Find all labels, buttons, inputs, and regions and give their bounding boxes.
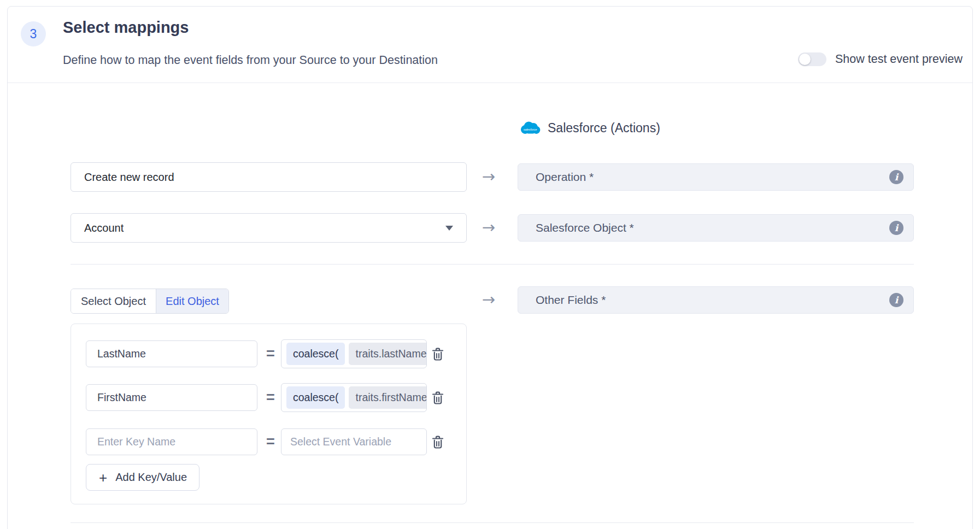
trash-icon [431,347,444,361]
toggle-label: Show test event preview [835,52,963,66]
info-icon[interactable]: i [889,293,903,307]
other-fields-destination-field[interactable]: Other Fields * i [518,286,914,314]
toggle-knob [799,54,811,65]
step-number-badge: 3 [21,21,46,46]
destination-header: salesforce Salesforce (Actions) [519,120,660,136]
kv-row: = [71,427,466,456]
tab-select-object[interactable]: Select Object [71,289,156,313]
info-icon[interactable]: i [889,170,903,184]
kv-value-expression[interactable]: coalesce( traits.firstName [281,383,427,412]
svg-text:salesforce: salesforce [524,128,537,132]
variable-pill[interactable]: traits.lastName [349,343,427,365]
equals-sign: = [263,383,278,412]
destination-name: Salesforce (Actions) [548,121,660,136]
operation-destination-field[interactable]: Operation * i [518,163,914,191]
equals-sign: = [263,339,278,368]
mappings-card: 3 Select mappings Define how to map the … [7,6,973,529]
add-key-value-label: Add Key/Value [115,471,187,484]
trash-icon [431,391,444,405]
equals-sign: = [263,427,278,456]
function-pill[interactable]: coalesce( [286,343,345,365]
salesforce-object-destination-field[interactable]: Salesforce Object * i [518,214,914,242]
destination-field-label: Operation * [536,171,889,184]
bottom-divider [71,522,914,523]
selected-object-label: Account [84,222,124,234]
kv-row: = coalesce( traits.lastName [71,339,466,368]
variable-pill[interactable]: traits.firstName [349,386,427,409]
show-test-event-preview-toggle[interactable] [798,52,826,66]
delete-row-button[interactable] [431,347,445,362]
add-key-value-button[interactable]: + Add Key/Value [86,464,199,491]
kv-key-input[interactable] [86,340,257,367]
card-header: 3 Select mappings Define how to map the … [8,7,972,83]
kv-value-expression[interactable]: coalesce( traits.lastName [281,339,427,368]
delete-row-button[interactable] [431,435,445,450]
destination-field-label: Salesforce Object * [536,221,889,234]
info-icon[interactable]: i [889,221,903,235]
section-divider [71,264,914,264]
arrow-right-icon: → [477,290,501,309]
key-value-editor-panel: = coalesce( traits.lastName = coalesce( [71,324,467,504]
plus-icon: + [99,471,107,485]
tab-edit-object[interactable]: Edit Object [156,289,228,313]
chevron-down-icon [445,226,453,231]
destination-field-label: Other Fields * [536,293,889,307]
salesforce-cloud-icon: salesforce [519,120,541,136]
page-subtitle: Define how to map the event fields from … [63,54,438,67]
object-tab-group: Select Object Edit Object [71,289,229,314]
operation-source-input[interactable] [84,163,453,191]
arrow-right-icon: → [477,218,501,237]
delete-row-button[interactable] [431,391,445,406]
operation-source-input-wrap [71,162,467,192]
kv-key-input[interactable] [86,384,257,411]
test-event-preview-control: Show test event preview [798,52,963,66]
kv-row: = coalesce( traits.firstName [71,383,466,412]
kv-key-input[interactable] [86,428,257,455]
salesforce-object-select[interactable]: Account [71,213,467,243]
trash-icon [431,435,444,449]
function-pill[interactable]: coalesce( [286,386,345,409]
arrow-right-icon: → [477,167,501,186]
kv-value-input[interactable] [281,428,427,455]
page-title: Select mappings [63,19,189,37]
